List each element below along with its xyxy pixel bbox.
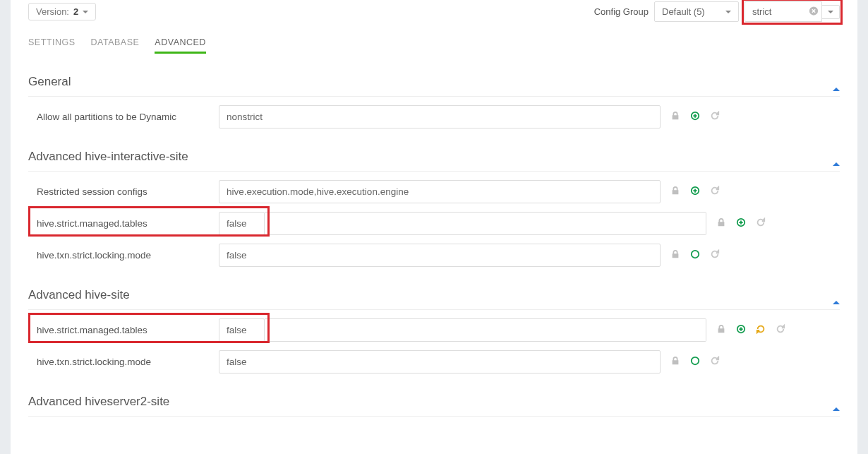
chevron-up-icon bbox=[833, 396, 840, 407]
refresh-icon[interactable] bbox=[710, 356, 720, 368]
version-picker[interactable]: Version: 2 bbox=[28, 3, 96, 20]
refresh-icon[interactable] bbox=[710, 186, 720, 198]
lock-icon[interactable] bbox=[670, 356, 680, 368]
caret-down-icon bbox=[83, 11, 88, 13]
section-title: Advanced hiveserver2-site bbox=[28, 395, 169, 409]
lock-icon[interactable] bbox=[716, 324, 726, 336]
refresh-icon[interactable] bbox=[710, 111, 720, 123]
section-header-hive-site[interactable]: Advanced hive-site bbox=[28, 288, 840, 310]
config-group-label: Config Group bbox=[594, 6, 649, 17]
caret-down-icon bbox=[828, 11, 833, 13]
plus-icon[interactable] bbox=[690, 111, 700, 123]
refresh-icon[interactable] bbox=[710, 249, 720, 261]
property-input-txn-strict-locking-mode[interactable] bbox=[219, 350, 661, 374]
config-group-select[interactable]: Default (5) bbox=[654, 1, 739, 22]
version-value: 2 bbox=[73, 6, 78, 17]
plus-icon[interactable] bbox=[690, 356, 700, 368]
section-title: Advanced hive-interactive-site bbox=[28, 150, 188, 164]
section-title: Advanced hive-site bbox=[28, 288, 130, 302]
config-group-selected: Default (5) bbox=[662, 6, 705, 17]
plus-icon[interactable] bbox=[736, 217, 746, 229]
refresh-icon[interactable] bbox=[756, 217, 766, 229]
property-input-strict-managed-tables[interactable] bbox=[265, 212, 706, 235]
section-header-hiveserver2[interactable]: Advanced hiveserver2-site bbox=[28, 395, 840, 417]
version-label: Version: bbox=[36, 6, 69, 17]
caret-down-icon bbox=[725, 11, 731, 13]
plus-icon[interactable] bbox=[690, 249, 700, 261]
undo-icon[interactable] bbox=[756, 324, 766, 336]
property-label: hive.txn.strict.locking.mode bbox=[28, 357, 219, 367]
property-label: Allow all partitions to be Dynamic bbox=[28, 112, 219, 122]
filter-dropdown-button[interactable] bbox=[822, 5, 840, 19]
refresh-icon[interactable] bbox=[776, 324, 785, 336]
property-input-strict-managed-tables[interactable] bbox=[265, 318, 706, 342]
section-title: General bbox=[28, 75, 71, 89]
lock-icon[interactable] bbox=[670, 186, 680, 198]
section-header-hive-interactive[interactable]: Advanced hive-interactive-site bbox=[28, 150, 840, 172]
property-label: hive.strict.managed.tables bbox=[28, 218, 219, 229]
svg-point-4 bbox=[692, 251, 699, 258]
property-label: hive.txn.strict.locking.mode bbox=[28, 250, 219, 261]
property-value-strict-managed-tables[interactable]: false bbox=[219, 212, 265, 235]
svg-point-6 bbox=[692, 357, 699, 365]
chevron-up-icon bbox=[833, 289, 840, 301]
tab-settings[interactable]: SETTINGS bbox=[28, 33, 76, 54]
property-value-strict-managed-tables[interactable]: false bbox=[219, 318, 265, 342]
lock-icon[interactable] bbox=[670, 249, 680, 261]
property-label: hive.strict.managed.tables bbox=[28, 325, 219, 335]
section-header-general[interactable]: General bbox=[28, 75, 840, 97]
lock-icon[interactable] bbox=[670, 111, 680, 123]
plus-icon[interactable] bbox=[690, 186, 700, 198]
property-input-txn-strict-locking-mode[interactable] bbox=[219, 244, 661, 267]
tab-advanced[interactable]: ADVANCED bbox=[155, 33, 206, 54]
lock-icon[interactable] bbox=[716, 217, 726, 229]
plus-icon[interactable] bbox=[736, 324, 746, 336]
chevron-up-icon bbox=[833, 151, 840, 162]
property-input-restricted-session-configs[interactable] bbox=[219, 180, 661, 203]
chevron-up-icon bbox=[833, 76, 840, 88]
clear-filter-icon[interactable] bbox=[809, 6, 819, 18]
property-input-allow-dynamic[interactable] bbox=[219, 105, 661, 129]
tab-database[interactable]: DATABASE bbox=[91, 33, 140, 54]
property-label: Restricted session configs bbox=[28, 186, 219, 197]
